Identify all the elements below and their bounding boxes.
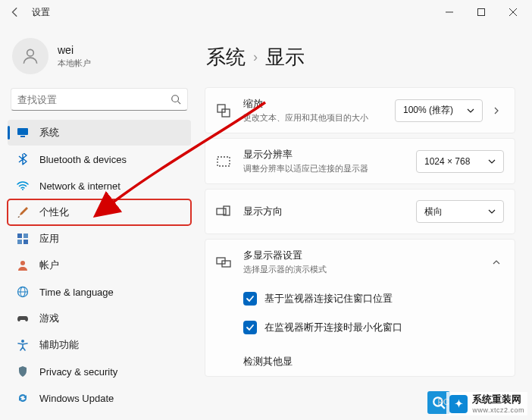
sidebar-item-privacy[interactable]: Privacy & security (8, 359, 191, 384)
breadcrumb-parent[interactable]: 系统 (206, 44, 246, 71)
dropdown-value: 横向 (424, 205, 443, 218)
apps-icon (17, 233, 29, 245)
sidebar-item-time[interactable]: Time & language (8, 279, 191, 305)
expand-chevron[interactable] (489, 107, 504, 114)
svg-rect-17 (217, 105, 225, 112)
checkbox-label: 基于监视器连接记住窗口位置 (264, 293, 393, 306)
detect-display-row[interactable]: 检测其他显 (205, 348, 515, 376)
minimize-on-disconnect-checkbox-row[interactable]: 在监视器断开连接时最小化窗口 (243, 316, 504, 339)
collapse-chevron[interactable] (489, 259, 504, 266)
sidebar-item-label: Bluetooth & devices (39, 154, 127, 165)
maximize-icon (477, 8, 485, 16)
sidebar-item-bluetooth[interactable]: Bluetooth & devices (8, 146, 191, 172)
breadcrumb: 系统 › 显示 (205, 44, 515, 71)
svg-rect-6 (20, 136, 25, 137)
sidebar-item-label: Network & internet (39, 180, 120, 192)
sidebar-item-accounts[interactable]: 帐户 (8, 252, 191, 278)
resolution-dropdown[interactable]: 1024 × 768 (416, 150, 504, 173)
setting-title: 显示方向 (243, 205, 416, 218)
minimize-icon (446, 8, 453, 16)
search-input[interactable] (17, 94, 171, 105)
sidebar-item-network[interactable]: Network & internet (8, 173, 191, 199)
main-content: 系统 › 显示 缩放 更改文本、应用和其他项目的大小 100% (推荐) (197, 24, 532, 420)
breadcrumb-separator: › (253, 49, 258, 65)
sidebar-item-label: 个性化 (39, 205, 69, 219)
chevron-right-icon (493, 107, 500, 114)
minimize-button[interactable] (433, 2, 465, 23)
check-icon (246, 323, 255, 332)
svg-point-3 (172, 96, 179, 102)
svg-rect-5 (17, 128, 28, 135)
gamepad-icon (17, 312, 29, 324)
scale-dropdown[interactable]: 100% (推荐) (395, 99, 483, 122)
close-button[interactable] (497, 2, 529, 23)
maximize-button[interactable] (465, 2, 497, 23)
svg-rect-9 (23, 234, 28, 238)
setting-subtitle: 调整分辨率以适应已连接的显示器 (243, 163, 416, 174)
setting-title: 显示分辨率 (243, 148, 416, 161)
titlebar: 设置 (0, 0, 532, 24)
watermark-url: www.xtcz2.com (472, 406, 524, 414)
setting-title: 缩放 (243, 97, 395, 111)
avatar (12, 38, 49, 74)
chevron-down-icon (488, 158, 496, 165)
sidebar-item-system[interactable]: 系统 (8, 120, 191, 146)
svg-rect-21 (224, 206, 230, 215)
svg-rect-19 (217, 157, 230, 166)
svg-rect-1 (478, 9, 485, 16)
setting-subtitle: 选择显示器的演示模式 (243, 264, 489, 275)
remember-window-checkbox-row[interactable]: 基于监视器连接记住窗口位置 (243, 287, 504, 310)
back-button[interactable] (3, 0, 27, 24)
setting-resolution[interactable]: 显示分辨率 调整分辨率以适应已连接的显示器 1024 × 768 (205, 138, 515, 184)
watermark-badge: ✦ (449, 395, 468, 413)
shield-icon (17, 365, 29, 378)
check-icon (246, 294, 255, 303)
svg-rect-8 (17, 234, 22, 238)
svg-point-7 (22, 189, 23, 190)
cycle-icon (17, 392, 29, 404)
search-box[interactable] (11, 88, 188, 111)
search-icon (171, 94, 181, 105)
monitor-icon (17, 127, 29, 139)
svg-point-16 (21, 340, 24, 343)
accessibility-icon (17, 339, 29, 351)
sidebar-item-label: Windows Update (39, 393, 114, 404)
checkbox-label: 在监视器断开连接时最小化窗口 (264, 321, 402, 334)
svg-rect-10 (17, 240, 22, 244)
sidebar-item-label: 应用 (39, 232, 59, 246)
watermark-brand: 系统重装网 (472, 393, 524, 406)
setting-orientation[interactable]: 显示方向 横向 (205, 189, 515, 234)
sidebar-item-update[interactable]: Windows Update (8, 385, 191, 411)
window-title: 设置 (32, 6, 50, 19)
checkbox-checked[interactable] (243, 292, 257, 306)
window-controls (433, 2, 529, 23)
setting-subtitle: 更改文本、应用和其他项目的大小 (243, 112, 395, 124)
chevron-up-icon (493, 259, 500, 266)
globe-icon (17, 286, 29, 298)
user-profile[interactable]: wei 本地帐户 (8, 30, 191, 86)
dropdown-value: 100% (推荐) (403, 104, 453, 117)
bluetooth-icon (17, 153, 29, 165)
sidebar-item-label: 系统 (39, 126, 59, 139)
dropdown-value: 1024 × 768 (424, 156, 470, 167)
person-icon (17, 259, 29, 271)
sidebar-item-label: 帐户 (39, 259, 59, 272)
checkbox-checked[interactable] (243, 321, 257, 334)
sidebar-item-personalization[interactable]: 个性化 (8, 199, 191, 225)
back-icon (10, 7, 20, 17)
user-subtitle: 本地帐户 (58, 58, 91, 69)
sidebar: wei 本地帐户 系统 Bluetooth & devices Network … (0, 24, 197, 420)
setting-scale[interactable]: 缩放 更改文本、应用和其他项目的大小 100% (推荐) (205, 87, 515, 133)
multi-display-icon (216, 255, 231, 270)
sidebar-item-apps[interactable]: 应用 (8, 226, 191, 252)
sidebar-item-label: Time & language (39, 287, 114, 298)
sidebar-item-accessibility[interactable]: 辅助功能 (8, 332, 191, 358)
person-icon (20, 46, 40, 66)
multi-display-header[interactable]: 多显示器设置 选择显示器的演示模式 (205, 240, 515, 284)
svg-line-4 (178, 102, 181, 105)
svg-rect-18 (222, 109, 230, 117)
orientation-icon (216, 204, 231, 219)
sidebar-item-gaming[interactable]: 游戏 (8, 306, 191, 331)
orientation-dropdown[interactable]: 横向 (416, 200, 504, 223)
user-name: wei (58, 44, 91, 56)
